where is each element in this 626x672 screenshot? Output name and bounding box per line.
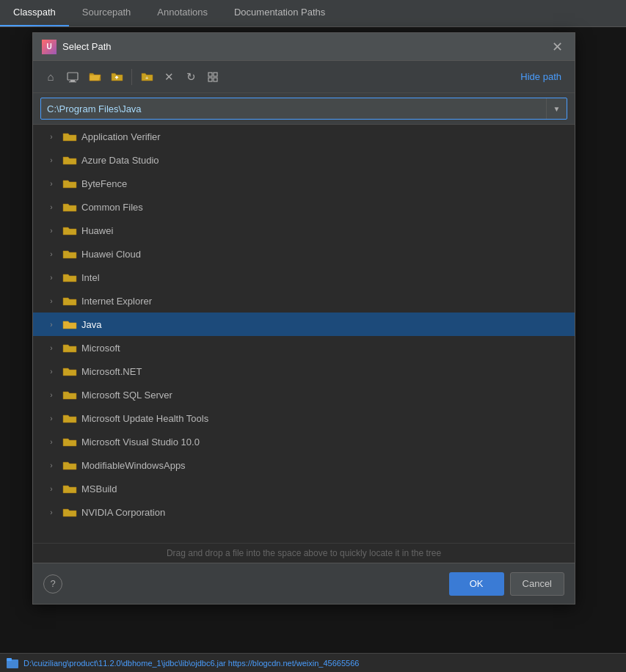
dialog-toolbar: ⌂ + ✕ ↻ (33, 61, 575, 93)
folder-icon (62, 271, 77, 283)
folder-icon (62, 224, 77, 236)
dialog-titlebar: U Select Path ✕ (33, 33, 575, 61)
tree-item[interactable]: › Microsoft.NET (33, 359, 575, 383)
tree-item-label: NVIDIA Corporation (81, 507, 165, 518)
tree-item-label: MSBuild (81, 483, 117, 494)
expand-button[interactable] (203, 67, 223, 87)
tree-item[interactable]: › Internet Explorer (33, 289, 575, 313)
tree-chevron-icon: › (45, 271, 58, 284)
tree-chevron-icon: › (45, 459, 58, 472)
open-folder-button[interactable] (84, 67, 105, 87)
path-dropdown-button[interactable]: ▼ (546, 98, 567, 119)
folder-icon (62, 459, 77, 471)
desktop-button[interactable] (62, 67, 83, 87)
folder-icon (62, 342, 77, 354)
tree-chevron-icon: › (45, 153, 58, 167)
tree-item[interactable]: › Microsoft Update Health Tools (33, 406, 575, 430)
svg-rect-7 (214, 78, 217, 81)
toolbar-separator-1 (131, 69, 132, 85)
ok-button[interactable]: OK (449, 572, 504, 596)
tree-item-label: Huawei (81, 225, 113, 236)
new-folder-button[interactable]: + (137, 67, 157, 87)
dialog-title: Select Path (62, 41, 549, 52)
tree-chevron-icon: › (45, 224, 58, 237)
tree-chevron-icon: › (45, 130, 58, 143)
folder-icon (62, 506, 77, 518)
folder-icon (62, 412, 77, 424)
tree-chevron-icon: › (45, 177, 58, 190)
tree-chevron-icon: › (45, 365, 58, 378)
folder-up-button[interactable] (106, 67, 127, 87)
svg-rect-4 (208, 73, 212, 76)
tree-item[interactable]: › Microsoft (33, 336, 575, 359)
svg-rect-5 (214, 73, 217, 76)
tree-item-label: Microsoft.NET (81, 366, 142, 377)
folder-icon (62, 483, 77, 494)
tree-item[interactable]: › NVIDIA Corporation (33, 500, 575, 524)
tree-item[interactable]: › ModifiableWindowsApps (33, 453, 575, 477)
file-tree[interactable]: › Application Verifier› Azure Data Studi… (33, 125, 575, 543)
tree-item-label: Common Files (81, 202, 143, 213)
tree-chevron-icon: › (45, 505, 58, 519)
tree-item[interactable]: › Microsoft SQL Server (33, 383, 575, 406)
folder-icon (62, 248, 77, 260)
refresh-button[interactable]: ↻ (181, 67, 201, 87)
tree-item[interactable]: › Huawei (33, 219, 575, 242)
svg-text:+: + (145, 75, 148, 81)
tree-chevron-icon: › (45, 200, 58, 213)
hide-path-button[interactable]: Hide path (514, 68, 567, 85)
dialog-app-icon: U (42, 40, 57, 54)
tree-item[interactable]: › Azure Data Studio (33, 148, 575, 172)
drag-hint: Drag and drop a file into the space abov… (33, 543, 575, 563)
tree-item[interactable]: › Application Verifier (33, 125, 575, 148)
tab-classpath[interactable]: Classpath (0, 0, 69, 26)
svg-rect-2 (69, 81, 76, 82)
tree-item-label: Internet Explorer (81, 296, 152, 307)
tree-item[interactable]: › Intel (33, 266, 575, 289)
folder-icon (62, 389, 77, 401)
status-text: D:\cuiziliang\product\11.2.0\dbhome_1\jd… (23, 659, 359, 668)
tree-item[interactable]: › MSBuild (33, 477, 575, 500)
tree-chevron-icon: › (45, 341, 58, 354)
folder-icon (62, 201, 77, 213)
folder-icon (62, 154, 77, 166)
delete-button[interactable]: ✕ (159, 67, 179, 87)
tree-chevron-icon: › (45, 435, 58, 448)
tree-item[interactable]: › ByteFence (33, 172, 575, 195)
status-bar: D:\cuiziliang\product\11.2.0\dbhome_1\jd… (0, 653, 626, 672)
cancel-button[interactable]: Cancel (510, 572, 564, 596)
tree-item-label: Intel (81, 272, 100, 283)
tree-item[interactable]: › Common Files (33, 195, 575, 219)
tree-item-label: Application Verifier (81, 131, 161, 142)
tree-item-label: Java (81, 319, 101, 330)
help-button[interactable]: ? (43, 574, 62, 594)
tree-item-label: ByteFence (81, 178, 127, 189)
tree-item[interactable]: › Huawei Cloud (33, 242, 575, 266)
tree-chevron-icon: › (45, 247, 58, 260)
dialog-footer: ? OK Cancel (33, 563, 575, 604)
tree-item[interactable]: › Java (33, 313, 575, 336)
folder-icon (62, 436, 77, 448)
tree-item-label: Huawei Cloud (81, 249, 141, 260)
select-path-dialog: U Select Path ✕ ⌂ (32, 32, 575, 605)
home-button[interactable]: ⌂ (40, 67, 61, 87)
tab-documentation-paths[interactable]: Documentation Paths (221, 0, 338, 26)
tree-chevron-icon: › (45, 318, 58, 331)
tree-chevron-icon: › (45, 294, 58, 307)
folder-icon (62, 178, 77, 189)
status-icon (6, 657, 19, 670)
folder-icon (62, 318, 77, 330)
svg-rect-1 (70, 80, 75, 81)
tab-sourcepath[interactable]: Sourcepath (69, 0, 145, 26)
svg-rect-0 (68, 73, 78, 80)
svg-rect-6 (208, 78, 212, 81)
tree-item-label: Microsoft Visual Studio 10.0 (81, 437, 200, 448)
tree-item[interactable]: › Microsoft Visual Studio 10.0 (33, 430, 575, 453)
folder-icon (62, 365, 77, 377)
folder-icon (62, 131, 77, 142)
svg-rect-9 (7, 658, 12, 661)
tab-annotations[interactable]: Annotations (144, 0, 221, 26)
path-input[interactable] (41, 99, 546, 119)
dialog-close-button[interactable]: ✕ (549, 39, 566, 55)
path-input-row: ▼ (33, 93, 575, 125)
